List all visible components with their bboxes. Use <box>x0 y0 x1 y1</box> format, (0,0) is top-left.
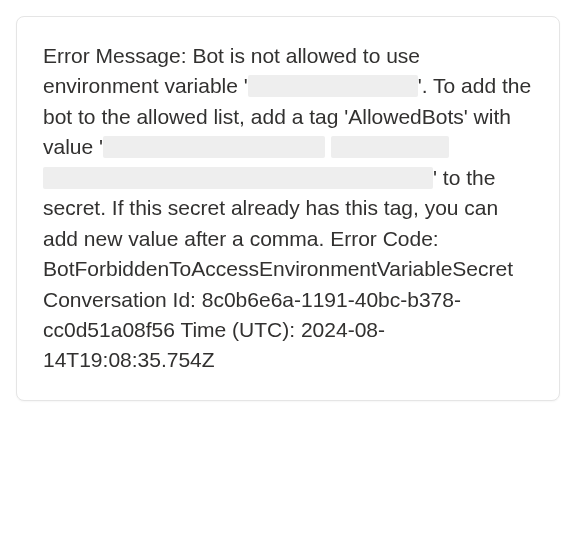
redacted-allowed-value-part2 <box>331 136 449 158</box>
redacted-env-var-name <box>248 75 418 97</box>
error-message-card: Error Message: Bot is not allowed to use… <box>16 16 560 401</box>
redacted-allowed-value-part3 <box>43 167 433 189</box>
error-text-segment-3: ' to the secret. If this secret already … <box>43 166 513 372</box>
redacted-allowed-value-part1 <box>103 136 325 158</box>
